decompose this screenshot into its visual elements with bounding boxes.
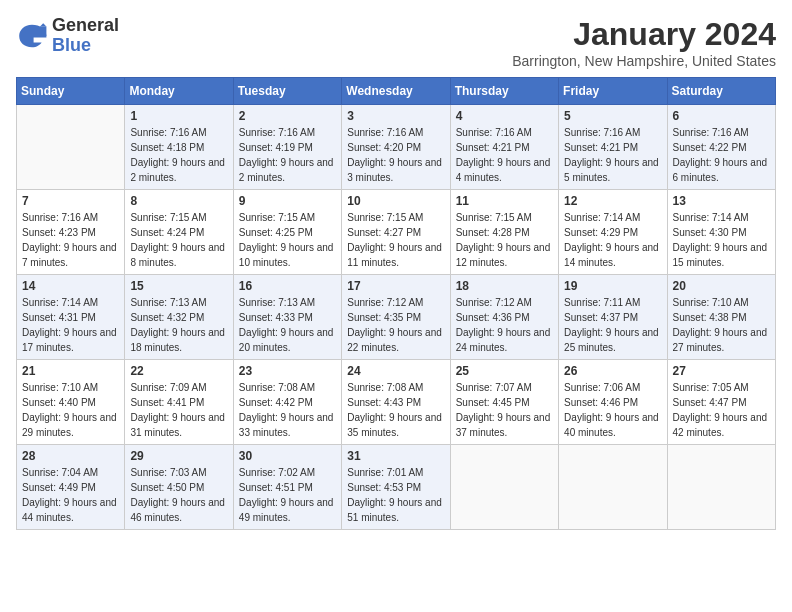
day-number: 23 [239,364,336,378]
title-area: January 2024 Barrington, New Hampshire, … [512,16,776,69]
day-info: Sunrise: 7:06 AMSunset: 4:46 PMDaylight:… [564,380,661,440]
day-info: Sunrise: 7:16 AMSunset: 4:19 PMDaylight:… [239,125,336,185]
day-number: 26 [564,364,661,378]
day-number: 30 [239,449,336,463]
calendar-cell: 1 Sunrise: 7:16 AMSunset: 4:18 PMDayligh… [125,105,233,190]
calendar-cell: 11 Sunrise: 7:15 AMSunset: 4:28 PMDaylig… [450,190,558,275]
calendar-cell: 10 Sunrise: 7:15 AMSunset: 4:27 PMDaylig… [342,190,450,275]
calendar-cell: 16 Sunrise: 7:13 AMSunset: 4:33 PMDaylig… [233,275,341,360]
day-info: Sunrise: 7:02 AMSunset: 4:51 PMDaylight:… [239,465,336,525]
day-number: 27 [673,364,770,378]
calendar-cell: 3 Sunrise: 7:16 AMSunset: 4:20 PMDayligh… [342,105,450,190]
day-info: Sunrise: 7:16 AMSunset: 4:21 PMDaylight:… [456,125,553,185]
calendar-day-header: Friday [559,78,667,105]
calendar-cell: 30 Sunrise: 7:02 AMSunset: 4:51 PMDaylig… [233,445,341,530]
calendar-cell [667,445,775,530]
day-number: 14 [22,279,119,293]
logo-blue: Blue [52,36,119,56]
day-info: Sunrise: 7:15 AMSunset: 4:28 PMDaylight:… [456,210,553,270]
logo: General Blue [16,16,119,56]
day-info: Sunrise: 7:16 AMSunset: 4:23 PMDaylight:… [22,210,119,270]
day-number: 25 [456,364,553,378]
calendar-cell: 4 Sunrise: 7:16 AMSunset: 4:21 PMDayligh… [450,105,558,190]
logo-icon [16,20,48,52]
day-number: 5 [564,109,661,123]
calendar-week-row: 1 Sunrise: 7:16 AMSunset: 4:18 PMDayligh… [17,105,776,190]
calendar-header-row: SundayMondayTuesdayWednesdayThursdayFrid… [17,78,776,105]
day-info: Sunrise: 7:05 AMSunset: 4:47 PMDaylight:… [673,380,770,440]
day-number: 18 [456,279,553,293]
calendar-day-header: Wednesday [342,78,450,105]
calendar-cell: 23 Sunrise: 7:08 AMSunset: 4:42 PMDaylig… [233,360,341,445]
calendar-cell: 13 Sunrise: 7:14 AMSunset: 4:30 PMDaylig… [667,190,775,275]
day-number: 7 [22,194,119,208]
day-info: Sunrise: 7:14 AMSunset: 4:30 PMDaylight:… [673,210,770,270]
day-info: Sunrise: 7:04 AMSunset: 4:49 PMDaylight:… [22,465,119,525]
calendar-cell: 25 Sunrise: 7:07 AMSunset: 4:45 PMDaylig… [450,360,558,445]
day-number: 9 [239,194,336,208]
calendar-cell: 8 Sunrise: 7:15 AMSunset: 4:24 PMDayligh… [125,190,233,275]
day-info: Sunrise: 7:15 AMSunset: 4:25 PMDaylight:… [239,210,336,270]
calendar-cell: 27 Sunrise: 7:05 AMSunset: 4:47 PMDaylig… [667,360,775,445]
day-info: Sunrise: 7:15 AMSunset: 4:27 PMDaylight:… [347,210,444,270]
day-number: 31 [347,449,444,463]
day-number: 17 [347,279,444,293]
calendar-day-header: Monday [125,78,233,105]
calendar-week-row: 21 Sunrise: 7:10 AMSunset: 4:40 PMDaylig… [17,360,776,445]
calendar-cell: 31 Sunrise: 7:01 AMSunset: 4:53 PMDaylig… [342,445,450,530]
calendar-week-row: 7 Sunrise: 7:16 AMSunset: 4:23 PMDayligh… [17,190,776,275]
day-number: 8 [130,194,227,208]
day-number: 29 [130,449,227,463]
calendar-cell: 20 Sunrise: 7:10 AMSunset: 4:38 PMDaylig… [667,275,775,360]
logo-text: General Blue [52,16,119,56]
day-info: Sunrise: 7:10 AMSunset: 4:38 PMDaylight:… [673,295,770,355]
calendar-cell [450,445,558,530]
calendar-cell: 19 Sunrise: 7:11 AMSunset: 4:37 PMDaylig… [559,275,667,360]
calendar-cell: 21 Sunrise: 7:10 AMSunset: 4:40 PMDaylig… [17,360,125,445]
logo-general: General [52,16,119,36]
svg-marker-1 [40,23,46,26]
calendar-cell: 9 Sunrise: 7:15 AMSunset: 4:25 PMDayligh… [233,190,341,275]
day-info: Sunrise: 7:07 AMSunset: 4:45 PMDaylight:… [456,380,553,440]
day-info: Sunrise: 7:15 AMSunset: 4:24 PMDaylight:… [130,210,227,270]
svg-marker-0 [40,26,46,36]
day-info: Sunrise: 7:09 AMSunset: 4:41 PMDaylight:… [130,380,227,440]
day-number: 20 [673,279,770,293]
day-number: 2 [239,109,336,123]
day-number: 19 [564,279,661,293]
day-info: Sunrise: 7:16 AMSunset: 4:22 PMDaylight:… [673,125,770,185]
calendar-cell: 2 Sunrise: 7:16 AMSunset: 4:19 PMDayligh… [233,105,341,190]
day-number: 16 [239,279,336,293]
page-header: General Blue January 2024 Barrington, Ne… [16,16,776,69]
day-info: Sunrise: 7:11 AMSunset: 4:37 PMDaylight:… [564,295,661,355]
day-info: Sunrise: 7:14 AMSunset: 4:29 PMDaylight:… [564,210,661,270]
calendar-table: SundayMondayTuesdayWednesdayThursdayFrid… [16,77,776,530]
calendar-cell [17,105,125,190]
calendar-cell: 5 Sunrise: 7:16 AMSunset: 4:21 PMDayligh… [559,105,667,190]
calendar-day-header: Saturday [667,78,775,105]
day-info: Sunrise: 7:16 AMSunset: 4:20 PMDaylight:… [347,125,444,185]
day-info: Sunrise: 7:16 AMSunset: 4:18 PMDaylight:… [130,125,227,185]
day-info: Sunrise: 7:08 AMSunset: 4:42 PMDaylight:… [239,380,336,440]
day-info: Sunrise: 7:12 AMSunset: 4:36 PMDaylight:… [456,295,553,355]
calendar-day-header: Tuesday [233,78,341,105]
day-number: 13 [673,194,770,208]
day-number: 28 [22,449,119,463]
day-info: Sunrise: 7:12 AMSunset: 4:35 PMDaylight:… [347,295,444,355]
day-number: 11 [456,194,553,208]
day-number: 24 [347,364,444,378]
day-info: Sunrise: 7:16 AMSunset: 4:21 PMDaylight:… [564,125,661,185]
calendar-cell: 26 Sunrise: 7:06 AMSunset: 4:46 PMDaylig… [559,360,667,445]
calendar-week-row: 28 Sunrise: 7:04 AMSunset: 4:49 PMDaylig… [17,445,776,530]
calendar-day-header: Thursday [450,78,558,105]
calendar-cell: 17 Sunrise: 7:12 AMSunset: 4:35 PMDaylig… [342,275,450,360]
calendar-cell: 14 Sunrise: 7:14 AMSunset: 4:31 PMDaylig… [17,275,125,360]
day-number: 1 [130,109,227,123]
day-number: 4 [456,109,553,123]
calendar-title: January 2024 [512,16,776,53]
day-number: 3 [347,109,444,123]
calendar-cell [559,445,667,530]
day-info: Sunrise: 7:10 AMSunset: 4:40 PMDaylight:… [22,380,119,440]
calendar-cell: 15 Sunrise: 7:13 AMSunset: 4:32 PMDaylig… [125,275,233,360]
calendar-cell: 6 Sunrise: 7:16 AMSunset: 4:22 PMDayligh… [667,105,775,190]
